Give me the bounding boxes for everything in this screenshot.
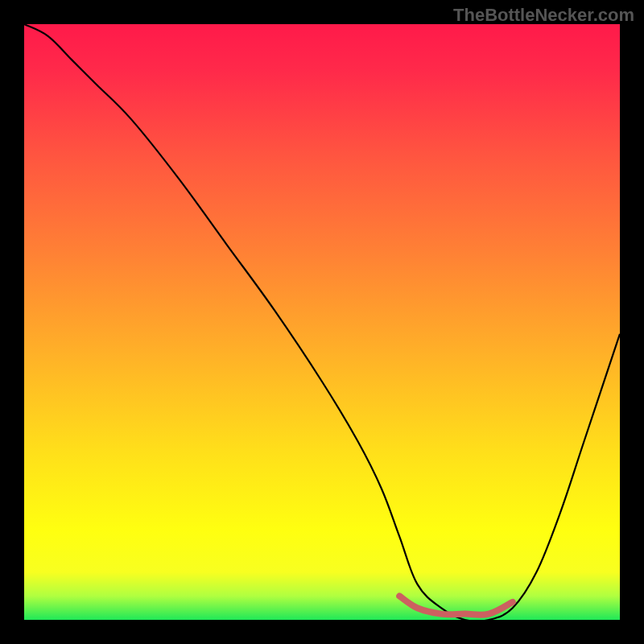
- chart-svg: [24, 24, 620, 620]
- chart-plot-area: [24, 24, 620, 620]
- optimal-range-marker-path: [399, 596, 513, 614]
- watermark-text: TheBottleNecker.com: [453, 5, 634, 26]
- bottleneck-curve-path: [24, 24, 620, 620]
